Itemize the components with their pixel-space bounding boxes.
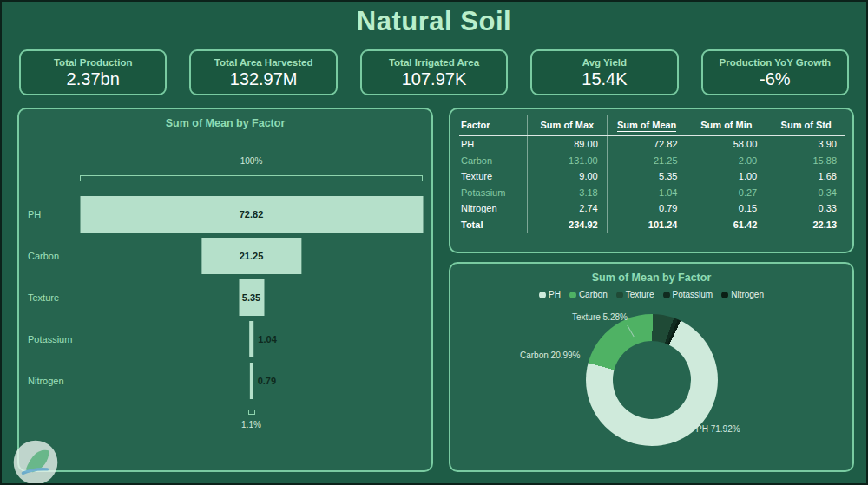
legend-item-nitrogen[interactable]: Nitrogen xyxy=(721,290,764,299)
legend-item-carbon[interactable]: Carbon xyxy=(569,290,608,299)
table-value-cell: 3.90 xyxy=(766,136,845,153)
legend-label: PH xyxy=(549,290,561,299)
table-value-cell: 0.15 xyxy=(687,200,766,217)
legend-label: Nitrogen xyxy=(731,290,764,299)
table-value-cell: 1.04 xyxy=(607,185,687,201)
legend-label: Texture xyxy=(626,290,654,299)
funnel-title: Sum of Mean by Factor xyxy=(19,117,431,129)
table-header-cell[interactable]: Sum of Std xyxy=(766,115,845,135)
funnel-chart-panel: Sum of Mean by Factor 100% PH72.82Carbon… xyxy=(17,108,433,472)
table-factor-cell: Nitrogen xyxy=(459,200,527,217)
kpi-value: 2.37bn xyxy=(21,69,165,89)
kpi-value: 15.4K xyxy=(532,69,676,89)
kpi-value: 107.97K xyxy=(362,69,506,89)
kpi-card-total-area-harvested: Total Area Harvested 132.97M xyxy=(189,49,337,95)
funnel-top-bracket xyxy=(80,175,423,181)
table-value-cell: 9.00 xyxy=(527,168,607,185)
table-value-cell: 0.34 xyxy=(766,185,845,201)
table-value-cell: 61.42 xyxy=(687,217,766,233)
legend-dot xyxy=(616,292,623,298)
kpi-value: -6% xyxy=(703,69,847,89)
funnel-bar[interactable] xyxy=(249,363,253,399)
donut-title: Sum of Mean by Factor xyxy=(450,272,852,284)
table-value-cell: 5.35 xyxy=(607,168,687,185)
table-factor-cell: PH xyxy=(459,136,527,153)
table-header-cell[interactable]: Sum of Min xyxy=(687,115,766,135)
kpi-label: Total Production xyxy=(21,57,165,68)
funnel-row: PH72.82 xyxy=(28,196,423,233)
table-total-row: Total234.92101.2461.4222.13 xyxy=(459,217,845,233)
table-header-cell[interactable]: Sum of Mean xyxy=(607,115,687,135)
brand-logo xyxy=(12,439,59,485)
table-value-cell: 0.27 xyxy=(687,185,766,201)
kpi-card-total-production: Total Production 2.37bn xyxy=(19,49,167,95)
funnel-category-label: Carbon xyxy=(28,251,80,261)
kpi-label: Production YoY Growth xyxy=(703,57,847,68)
legend-item-texture[interactable]: Texture xyxy=(616,290,654,299)
table-value-cell: 234.92 xyxy=(527,217,607,233)
funnel-track: 0.79 xyxy=(80,363,423,399)
kpi-label: Total Area Harvested xyxy=(191,57,335,68)
kpi-card-total-irrigated-area: Total Irrigated Area 107.97K xyxy=(360,49,508,95)
funnel-category-label: Potassium xyxy=(28,334,80,344)
table-value-cell: 101.24 xyxy=(607,217,687,233)
table-row[interactable]: Nitrogen2.740.790.150.33 xyxy=(459,200,845,217)
funnel-row: Potassium1.04 xyxy=(28,321,423,357)
table-header-cell[interactable]: Sum of Max xyxy=(527,115,607,135)
funnel-category-label: Texture xyxy=(28,292,80,303)
funnel-bar[interactable] xyxy=(249,321,254,357)
funnel-top-annotation: 100% xyxy=(80,156,423,166)
callout-ph: PH 71.92% xyxy=(696,424,740,434)
funnel-row: Texture5.35 xyxy=(28,279,423,316)
legend-item-potassium[interactable]: Potassium xyxy=(663,290,713,299)
kpi-card-avg-yield: Avg Yield 15.4K xyxy=(530,49,678,95)
kpi-row: Total Production 2.37bn Total Area Harve… xyxy=(19,49,849,95)
table-value-cell: 1.68 xyxy=(766,168,845,185)
leaf-logo-icon xyxy=(12,439,59,485)
table-row[interactable]: PH89.0072.8258.003.90 xyxy=(459,136,845,153)
kpi-card-yoy-growth: Production YoY Growth -6% xyxy=(701,49,849,95)
legend-dot xyxy=(721,292,728,298)
table-value-cell: 0.33 xyxy=(766,200,845,217)
table-factor-cell: Texture xyxy=(459,168,527,185)
table-value-cell: 3.18 xyxy=(527,185,607,201)
table-header-label: Sum of Std xyxy=(781,120,832,130)
kpi-label: Avg Yield xyxy=(532,57,676,68)
legend-item-ph[interactable]: PH xyxy=(539,290,561,299)
table-value-cell: 22.13 xyxy=(766,217,845,233)
funnel-bottom-bracket xyxy=(80,410,423,415)
funnel-category-label: Nitrogen xyxy=(28,376,80,386)
table-row[interactable]: Potassium3.181.040.270.34 xyxy=(459,185,845,201)
legend-dot xyxy=(569,292,576,298)
table-value-cell: 89.00 xyxy=(527,136,607,153)
table-header-label: Sum of Min xyxy=(700,120,752,130)
table-value-cell: 21.25 xyxy=(607,153,687,169)
summary-table: FactorSum of MaxSum of MeanSum of MinSum… xyxy=(459,115,845,246)
funnel-bottom-annotation: 1.1% xyxy=(80,420,423,429)
table-value-cell: 0.79 xyxy=(607,200,687,217)
table-factor-cell: Total xyxy=(459,217,527,233)
funnel-track: 72.82 xyxy=(80,196,423,233)
page-title: Natural Soil xyxy=(2,6,866,37)
funnel-row: Nitrogen0.79 xyxy=(28,363,423,399)
funnel-rows: PH72.82Carbon21.25Texture5.35Potassium1.… xyxy=(28,196,423,404)
funnel-track: 21.25 xyxy=(80,238,423,274)
table-header-cell[interactable]: Factor xyxy=(459,115,527,135)
table-header-row: FactorSum of MaxSum of MeanSum of MinSum… xyxy=(459,115,845,136)
funnel-value-label: 21.25 xyxy=(240,251,264,261)
table-value-cell: 72.82 xyxy=(607,136,687,153)
table-row[interactable]: Carbon131.0021.252.0015.88 xyxy=(459,153,845,169)
summary-table-panel: FactorSum of MaxSum of MeanSum of MinSum… xyxy=(449,108,854,253)
table-value-cell: 131.00 xyxy=(527,153,607,169)
donut-legend: PHCarbonTexturePotassiumNitrogen xyxy=(450,290,852,299)
funnel-track: 5.35 xyxy=(80,279,423,316)
funnel-row: Carbon21.25 xyxy=(28,238,423,274)
funnel-plot-area: 100% PH72.82Carbon21.25Texture5.35Potass… xyxy=(28,153,423,463)
table-header-label: Sum of Mean xyxy=(617,120,676,132)
kpi-label: Total Irrigated Area xyxy=(362,57,506,68)
legend-label: Potassium xyxy=(673,290,713,299)
table-value-cell: 15.88 xyxy=(766,153,845,169)
table-value-cell: 1.00 xyxy=(687,168,766,185)
table-row[interactable]: Texture9.005.351.001.68 xyxy=(459,168,845,185)
funnel-value-label: 72.82 xyxy=(240,209,264,220)
